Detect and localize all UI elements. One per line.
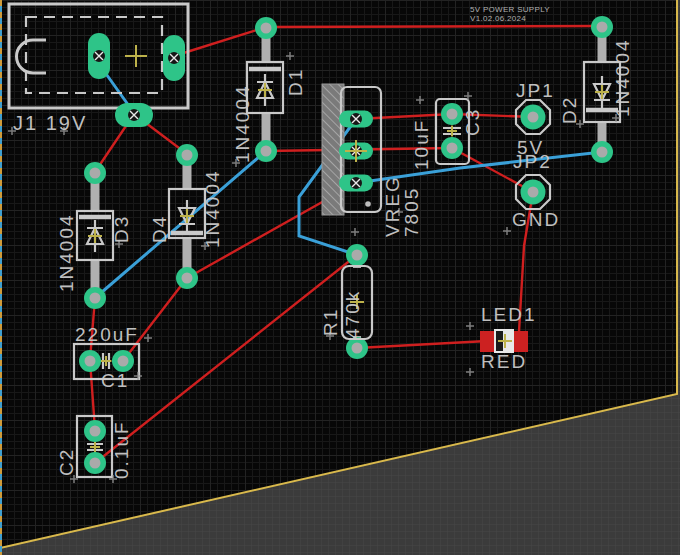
- label-vreg-ref[interactable]: VREG: [383, 175, 402, 237]
- label-c2-value[interactable]: 0.1uF: [112, 420, 131, 479]
- anchor-cross: [595, 85, 609, 99]
- label-led1-ref[interactable]: LED1: [481, 305, 537, 324]
- pad[interactable]: [591, 141, 613, 163]
- pad[interactable]: [441, 137, 463, 159]
- pad[interactable]: [516, 100, 550, 134]
- pad[interactable]: [84, 287, 106, 309]
- pad[interactable]: [591, 16, 613, 38]
- anchor-cross: [88, 229, 102, 243]
- label-r1-value[interactable]: 470k: [343, 290, 362, 339]
- pad[interactable]: [79, 350, 101, 372]
- pad[interactable]: [88, 33, 110, 79]
- outside-board-region: [0, 0, 680, 555]
- pad[interactable]: [339, 175, 373, 192]
- anchor-cross: [258, 83, 272, 97]
- component-d4[interactable]: [169, 144, 205, 289]
- label-c2-ref[interactable]: C2: [57, 448, 76, 476]
- pad[interactable]: [163, 35, 185, 81]
- label-vreg-value[interactable]: 7805: [402, 187, 421, 237]
- label-c1-value[interactable]: 220uF: [75, 325, 139, 344]
- component-jp1[interactable]: [516, 100, 550, 134]
- pad[interactable]: [339, 111, 373, 128]
- label-jp2-ref[interactable]: JP2: [513, 152, 552, 171]
- label-r1-ref[interactable]: R1: [321, 308, 340, 336]
- title-block-line2[interactable]: V1.02.06.2024: [470, 15, 526, 23]
- component-jp2[interactable]: [516, 175, 550, 209]
- component-c2[interactable]: [77, 416, 112, 477]
- label-d3-ref[interactable]: D3: [112, 215, 131, 243]
- label-jp2-net[interactable]: GND: [512, 210, 560, 229]
- label-d2-ref[interactable]: D2: [560, 96, 579, 124]
- pad[interactable]: [84, 162, 106, 184]
- pad[interactable]: [84, 452, 106, 474]
- trace-red-top-rail[interactable]: [174, 26, 601, 56]
- title-block-line1[interactable]: 5V POWER SUPPLY: [470, 6, 550, 14]
- label-jp1-ref[interactable]: JP1: [516, 81, 555, 100]
- label-c3-ref[interactable]: C3: [463, 108, 482, 136]
- label-d1-value[interactable]: 1N4004: [233, 84, 252, 163]
- label-d4-value[interactable]: 1N4004: [203, 169, 222, 248]
- label-d3-value[interactable]: 1N4004: [57, 213, 76, 292]
- label-c3-value[interactable]: 10uF: [412, 119, 431, 170]
- trace-red-r1-led1[interactable]: [357, 341, 487, 348]
- anchor-cross: [180, 209, 194, 223]
- pad[interactable]: [255, 17, 277, 39]
- trace-red-c1-d4[interactable]: [123, 278, 187, 361]
- anchor-cross: [125, 45, 147, 67]
- component-vreg[interactable]: [322, 84, 381, 215]
- pad[interactable]: [176, 144, 198, 166]
- pad[interactable]: [255, 140, 277, 162]
- pad[interactable]: [516, 175, 550, 209]
- pad[interactable]: [84, 420, 106, 442]
- pad[interactable]: [176, 267, 198, 289]
- label-d4-ref[interactable]: D4: [150, 215, 169, 243]
- pad[interactable]: [346, 244, 368, 266]
- label-d2-value[interactable]: 1N4004: [613, 38, 632, 117]
- pad[interactable]: [112, 350, 134, 372]
- pcb-graphics: [0, 0, 680, 555]
- label-c1-ref[interactable]: C1: [101, 371, 129, 390]
- component-led1[interactable]: [480, 329, 528, 353]
- trace-red-c2-r1[interactable]: [95, 255, 357, 463]
- label-d1-ref[interactable]: D1: [286, 68, 305, 96]
- pad[interactable]: [115, 103, 153, 127]
- pad[interactable]: [441, 103, 463, 125]
- component-j1[interactable]: [9, 4, 188, 127]
- label-led1-value[interactable]: RED: [481, 352, 527, 371]
- label-j1[interactable]: J1 19V: [13, 113, 87, 133]
- pad[interactable]: [346, 337, 368, 359]
- pcb-editor-canvas: 5V POWER SUPPLY V1.02.06.2024 J1 19V 1N4…: [0, 0, 680, 555]
